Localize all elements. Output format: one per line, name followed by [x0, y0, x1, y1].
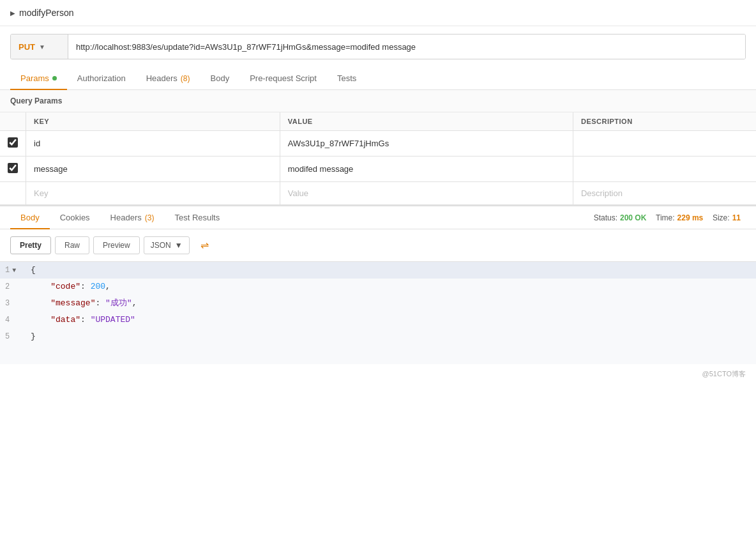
request-tabs: Params Authorization Headers (8) Body Pr…	[0, 67, 756, 90]
close-brace: }	[31, 332, 36, 341]
tab-response-body[interactable]: Body	[10, 206, 50, 229]
view-preview-button[interactable]: Preview	[93, 236, 140, 254]
row-empty-value[interactable]: Value	[280, 182, 573, 205]
row2-value[interactable]: modifed message	[280, 157, 573, 182]
line-num-5: 5	[0, 330, 26, 343]
time-value: 229 ms	[677, 213, 704, 222]
line-num-3: 3	[0, 297, 26, 310]
value-message: "成功"	[105, 298, 132, 308]
section-title: ▶ modifyPerson	[0, 0, 756, 26]
row1-description[interactable]	[573, 131, 756, 157]
code-content-3: "message": "成功",	[26, 295, 142, 312]
status-value: 200 OK	[620, 213, 646, 222]
key-data: "data"	[50, 315, 80, 325]
collapse-icon[interactable]: ▼	[12, 265, 16, 276]
code-content-4: "data": "UPDATED"	[26, 312, 140, 328]
method-chevron-icon: ▼	[39, 43, 45, 50]
col-header-key: KEY	[26, 112, 280, 131]
query-params-label: Query Params	[0, 90, 756, 112]
tab-tests-label: Tests	[337, 73, 356, 83]
row-empty-checkbox-cell	[0, 182, 26, 205]
tab-tests[interactable]: Tests	[327, 67, 367, 89]
url-bar: PUT ▼	[10, 34, 746, 59]
tab-pre-request[interactable]: Pre-request Script	[239, 67, 327, 89]
tab-body[interactable]: Body	[200, 67, 240, 89]
tab-body-label: Body	[211, 73, 230, 83]
view-raw-button[interactable]: Raw	[55, 236, 89, 254]
key-code: "code"	[50, 282, 80, 291]
response-status-bar: Status: 200 OK Time: 229 ms Size: 11	[594, 213, 746, 222]
row2-description[interactable]	[573, 157, 756, 182]
watermark: @51CTO博客	[0, 364, 756, 384]
format-select[interactable]: JSON ▼	[144, 236, 190, 254]
row-empty-key[interactable]: Key	[26, 182, 280, 205]
tab-response-headers[interactable]: Headers (3)	[100, 206, 165, 229]
row1-checkbox[interactable]	[8, 137, 18, 148]
line-num-4: 4	[0, 314, 26, 326]
desc-placeholder: Description	[581, 188, 623, 198]
tab-cookies-label: Cookies	[60, 213, 90, 222]
response-code-area: 1 ▼ { 2 "code": 200, 3 "message": "成功", …	[0, 262, 756, 364]
code-line-4: 4 "data": "UPDATED"	[0, 312, 756, 328]
row1-key[interactable]: id	[26, 131, 280, 157]
code-line-1: 1 ▼ {	[0, 262, 756, 279]
response-toolbar: Pretty Raw Preview JSON ▼ ⇌	[0, 229, 756, 262]
wrap-button[interactable]: ⇌	[193, 236, 216, 255]
code-content-1: {	[26, 262, 41, 279]
code-content-2: "code": 200,	[26, 279, 116, 295]
row-empty-description[interactable]: Description	[573, 182, 756, 205]
value-placeholder: Value	[288, 188, 308, 198]
view-pretty-button[interactable]: Pretty	[10, 236, 51, 254]
tab-test-results[interactable]: Test Results	[164, 206, 230, 229]
open-brace: {	[31, 265, 36, 275]
status-label: Status:	[594, 213, 617, 222]
headers-badge: (8)	[181, 74, 190, 83]
tab-authorization-label: Authorization	[77, 73, 126, 83]
time-label: Time:	[656, 213, 675, 222]
line-num-2: 2	[0, 280, 26, 293]
section-name: modifyPerson	[19, 8, 74, 18]
method-label: PUT	[19, 42, 35, 52]
format-label: JSON	[151, 241, 171, 250]
col-header-desc: DESCRIPTION	[573, 112, 756, 131]
row2-key[interactable]: message	[26, 157, 280, 182]
code-content-5: }	[26, 328, 41, 345]
code-line-5: 5 }	[0, 328, 756, 345]
tab-response-body-label: Body	[20, 213, 40, 222]
response-headers-badge: (3)	[145, 213, 155, 222]
params-table: KEY VALUE DESCRIPTION id AWs3U1p_87rWF71…	[0, 112, 756, 204]
key-placeholder: Key	[34, 188, 48, 198]
tab-params[interactable]: Params	[10, 67, 67, 89]
tab-response-cookies[interactable]: Cookies	[50, 206, 100, 229]
col-header-value: VALUE	[280, 112, 573, 131]
row2-checkbox-cell	[0, 157, 26, 182]
table-row: message modifed message	[0, 157, 756, 182]
code-line-2: 2 "code": 200,	[0, 279, 756, 295]
tab-response-headers-label: Headers	[110, 213, 142, 222]
table-row-empty: Key Value Description	[0, 182, 756, 205]
row2-checkbox[interactable]	[8, 163, 18, 173]
value-code: 200	[91, 282, 105, 291]
tab-headers[interactable]: Headers (8)	[136, 67, 200, 89]
row1-checkbox-cell	[0, 131, 26, 157]
table-row: id AWs3U1p_87rWF71jHmGs	[0, 131, 756, 157]
tab-test-results-label: Test Results	[174, 213, 220, 222]
size-value: 11	[732, 213, 741, 222]
method-select[interactable]: PUT ▼	[11, 34, 68, 59]
tab-pre-request-label: Pre-request Script	[250, 73, 317, 83]
tab-authorization[interactable]: Authorization	[67, 67, 136, 89]
url-input[interactable]	[68, 34, 745, 59]
params-dot-icon	[52, 76, 57, 80]
key-message: "message"	[50, 298, 95, 308]
col-header-checkbox	[0, 112, 26, 131]
value-data: "UPDATED"	[91, 315, 135, 325]
code-line-3: 3 "message": "成功",	[0, 295, 756, 312]
tab-params-label: Params	[20, 73, 49, 83]
chevron-right-icon: ▶	[10, 10, 15, 17]
response-tabs: Body Cookies Headers (3) Test Results St…	[0, 206, 756, 229]
line-num-1: 1 ▼	[0, 264, 26, 277]
row1-value[interactable]: AWs3U1p_87rWF71jHmGs	[280, 131, 573, 157]
format-chevron-icon: ▼	[175, 241, 183, 250]
size-label: Size:	[713, 213, 730, 222]
tab-headers-label: Headers	[146, 73, 178, 83]
